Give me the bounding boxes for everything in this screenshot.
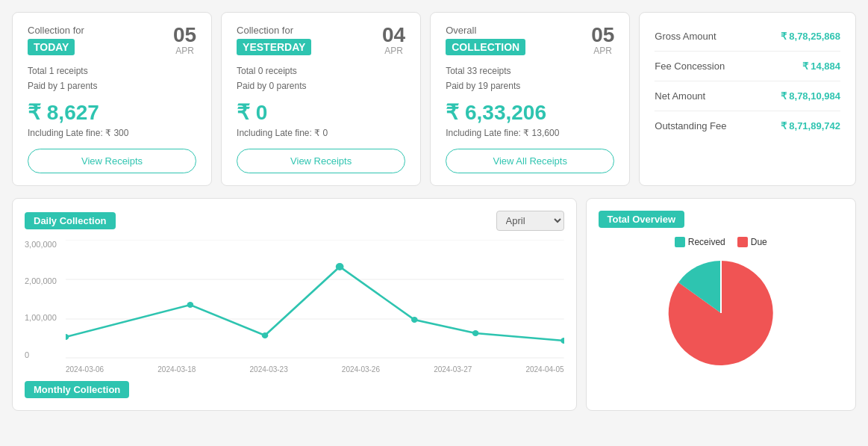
y-label-200k: 2,00,000: [25, 276, 66, 285]
x-label-2: 2024-03-18: [157, 365, 196, 374]
x-label-3: 2024-03-23: [250, 365, 288, 374]
month-select[interactable]: April March February: [496, 211, 564, 231]
today-amount: ₹ 8,627: [28, 100, 196, 125]
today-badge: TODAY: [28, 39, 75, 55]
gross-amount-label: Gross Amount: [655, 31, 716, 42]
svg-point-10: [561, 338, 563, 344]
yesterday-collection-label: Collection for: [237, 25, 311, 36]
monthly-collection-badge: Monthly Collection: [25, 381, 129, 398]
svg-point-4: [66, 334, 69, 340]
today-card-label-group: Collection for TODAY: [28, 25, 84, 55]
today-card-header: Collection for TODAY 05 APR: [28, 25, 196, 56]
x-axis-labels: 2024-03-06 2024-03-18 2024-03-23 2024-03…: [25, 365, 564, 374]
y-label-0: 0: [25, 350, 66, 359]
today-collection-label: Collection for: [28, 25, 84, 36]
svg-point-9: [472, 330, 479, 336]
overall-date-block: 05 APR: [591, 25, 614, 56]
today-date-num: 05: [173, 25, 196, 46]
pie-chart-container: [599, 253, 843, 373]
pie-chart-svg: [661, 253, 781, 373]
yesterday-badge: YESTERDAY: [237, 39, 311, 55]
svg-point-5: [187, 302, 194, 308]
yesterday-card-header: Collection for YESTERDAY 04 APR: [237, 25, 405, 56]
outstanding-fee-value: ₹ 8,71,89,742: [781, 120, 840, 131]
x-label-6: 2024-04-05: [525, 365, 563, 374]
overall-total-receipts: Total 33 receipts: [446, 64, 614, 78]
yesterday-total-receipts: Total 0 receipts: [237, 64, 405, 78]
today-total-receipts: Total 1 receipts: [28, 64, 196, 78]
top-row: Collection for TODAY 05 APR Total 1 rece…: [12, 12, 856, 186]
legend-due-dot: [737, 237, 748, 247]
overall-receipts: Total 33 receipts Paid by 19 parents: [446, 64, 614, 94]
chart-card: Daily Collection April March February 0 …: [12, 198, 577, 411]
overall-paid-by: Paid by 19 parents: [446, 78, 614, 93]
summary-card: Gross Amount ₹ 8,78,25,868 Fee Concessio…: [639, 12, 856, 186]
legend-received: Received: [675, 237, 725, 247]
overall-date-month: APR: [591, 46, 614, 56]
today-fine: Including Late fine: ₹ 300: [28, 128, 196, 138]
yesterday-fine: Including Late fine: ₹ 0: [237, 128, 405, 138]
legend-received-label: Received: [688, 237, 725, 247]
net-amount-label: Net Amount: [655, 90, 705, 102]
yesterday-amount: ₹ 0: [237, 100, 405, 125]
fee-concession-value: ₹ 14,884: [802, 61, 840, 72]
svg-point-8: [411, 317, 418, 323]
overall-date-num: 05: [591, 25, 614, 46]
x-label-1: 2024-03-06: [66, 365, 104, 374]
summary-row-gross: Gross Amount ₹ 8,78,25,868: [655, 22, 840, 52]
x-label-5: 2024-03-27: [434, 365, 472, 374]
y-label-100k: 1,00,000: [25, 313, 66, 322]
today-view-receipts-button[interactable]: View Receipts: [28, 149, 196, 173]
overall-fine: Including Late fine: ₹ 13,600: [446, 128, 614, 138]
line-chart-svg: [66, 240, 564, 359]
overall-view-receipts-button[interactable]: View All Receipts: [446, 149, 614, 173]
daily-collection-title: Daily Collection: [25, 212, 116, 229]
yesterday-receipts: Total 0 receipts Paid by 0 parents: [237, 64, 405, 94]
overall-card: Overall COLLECTION 05 APR Total 33 recei…: [430, 12, 630, 186]
today-paid-by: Paid by 1 parents: [28, 78, 196, 93]
legend-due: Due: [737, 237, 767, 247]
yesterday-date-num: 04: [382, 25, 405, 46]
legend-received-dot: [675, 237, 685, 247]
net-amount-value: ₹ 8,78,10,984: [781, 90, 840, 102]
yesterday-card-label-group: Collection for YESTERDAY: [237, 25, 311, 55]
fee-concession-label: Fee Concession: [655, 61, 725, 72]
chart-svg-wrapper: [66, 240, 564, 359]
yesterday-view-receipts-button[interactable]: View Receipts: [237, 149, 405, 173]
svg-point-7: [336, 263, 344, 270]
bottom-row: Daily Collection April March February 0 …: [12, 198, 856, 411]
yesterday-card: Collection for YESTERDAY 04 APR Total 0 …: [221, 12, 421, 186]
overview-title: Total Overview: [599, 211, 685, 228]
y-axis-labels: 0 1,00,000 2,00,000 3,00,000: [25, 240, 66, 359]
legend-due-label: Due: [751, 237, 767, 247]
overall-amount: ₹ 6,33,206: [446, 100, 614, 125]
overall-badge: COLLECTION: [446, 39, 525, 55]
yesterday-date-block: 04 APR: [382, 25, 405, 56]
outstanding-fee-label: Outstanding Fee: [655, 120, 726, 131]
chart-area: 0 1,00,000 2,00,000 3,00,000: [25, 240, 564, 359]
today-receipts: Total 1 receipts Paid by 1 parents: [28, 64, 196, 94]
yesterday-date-month: APR: [382, 46, 405, 56]
overall-card-label-group: Overall COLLECTION: [446, 25, 525, 55]
svg-point-6: [262, 332, 269, 338]
overall-card-header: Overall COLLECTION 05 APR: [446, 25, 614, 56]
summary-row-concession: Fee Concession ₹ 14,884: [655, 52, 840, 81]
summary-row-net: Net Amount ₹ 8,78,10,984: [655, 81, 840, 111]
y-label-300k: 3,00,000: [25, 240, 66, 249]
pie-legend: Received Due: [599, 237, 843, 247]
today-date-month: APR: [173, 46, 196, 56]
overall-collection-label: Overall: [446, 25, 525, 36]
overview-card: Total Overview Received Due: [586, 198, 856, 411]
summary-row-outstanding: Outstanding Fee ₹ 8,71,89,742: [655, 111, 840, 140]
x-label-4: 2024-03-26: [342, 365, 380, 374]
today-card: Collection for TODAY 05 APR Total 1 rece…: [12, 12, 212, 186]
yesterday-paid-by: Paid by 0 parents: [237, 78, 405, 93]
chart-header: Daily Collection April March February: [25, 211, 564, 231]
gross-amount-value: ₹ 8,78,25,868: [781, 31, 840, 42]
today-date-block: 05 APR: [173, 25, 196, 56]
